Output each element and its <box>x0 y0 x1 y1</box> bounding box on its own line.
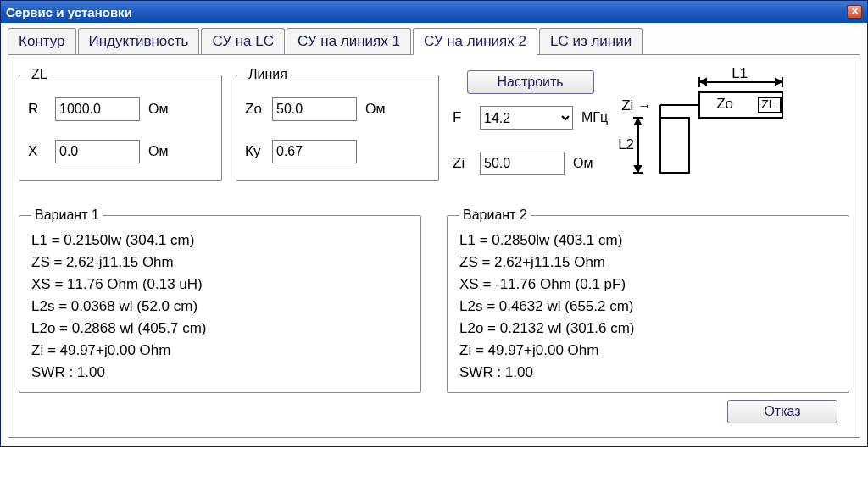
zo-label: Zo <box>245 101 267 118</box>
window-body: Контур Индуктивность СУ на LC СУ на лини… <box>1 23 867 446</box>
r-label: R <box>28 101 50 118</box>
zl-group: ZL R Ом X Ом <box>19 67 222 181</box>
x-label: X <box>28 143 50 160</box>
zo-unit: Ом <box>365 102 385 117</box>
v1-line-2: XS = 11.76 Ohm (0.13 uH) <box>31 274 409 296</box>
diagram-zl-label: ZL <box>761 97 775 111</box>
tab-su-lines-1[interactable]: СУ на линиях 1 <box>287 28 411 55</box>
f-label: F <box>453 109 475 126</box>
v2-line-2: XS = -11.76 Ohm (0.1 pF) <box>459 274 837 296</box>
diagram-svg <box>621 67 799 194</box>
v2-line-4: L2o = 0.2132 wl (301.6 cm) <box>459 318 837 340</box>
controls-column: Настроить F 14.2 МГц Zi Ом <box>453 67 608 182</box>
variant1-legend: Вариант 1 <box>31 208 103 223</box>
v2-line-3: L2s = 0.4632 wl (655.2 cm) <box>459 296 837 318</box>
tab-inductance[interactable]: Индуктивность <box>78 28 200 55</box>
footer: Отказ <box>19 393 849 427</box>
tab-lc-from-line[interactable]: LC из линии <box>539 28 643 55</box>
ku-input[interactable] <box>272 140 357 163</box>
zi-label: Zi <box>453 155 475 172</box>
diagram-l1-label: L1 <box>732 65 748 82</box>
dialog-window: Сервис и установки ✕ Контур Индуктивност… <box>0 0 868 447</box>
x-input[interactable] <box>55 140 140 163</box>
variant-1: Вариант 1 L1 = 0.2150lw (304.1 cm) ZS = … <box>19 208 421 393</box>
v2-line-6: SWR : 1.00 <box>459 362 837 384</box>
zl-legend: ZL <box>28 67 51 82</box>
line-legend: Линия <box>245 67 291 82</box>
tab-panel: ZL R Ом X Ом Линия Zo <box>8 54 860 438</box>
close-icon[interactable]: ✕ <box>847 5 862 19</box>
diagram-zo-label: Zo <box>716 96 733 113</box>
title-bar: Сервис и установки ✕ <box>1 1 867 23</box>
tune-button[interactable]: Настроить <box>467 70 594 94</box>
line-group: Линия Zo Ом Ку <box>236 67 439 181</box>
tab-su-lc[interactable]: СУ на LC <box>201 28 285 55</box>
v1-line-5: Zi = 49.97+j0.00 Ohm <box>31 340 409 362</box>
v2-line-1: ZS = 2.62+j11.15 Ohm <box>459 252 837 274</box>
zi-unit: Ом <box>573 156 593 171</box>
ku-label: Ку <box>245 143 267 160</box>
x-unit: Ом <box>148 144 168 159</box>
r-unit: Ом <box>148 102 168 117</box>
v1-line-4: L2o = 0.2868 wl (405.7 cm) <box>31 318 409 340</box>
f-unit: МГц <box>581 110 608 125</box>
v1-line-3: L2s = 0.0368 wl (52.0 cm) <box>31 296 409 318</box>
v2-line-5: Zi = 49.97+j0.00 Ohm <box>459 340 837 362</box>
zo-input[interactable] <box>272 97 357 121</box>
schematic-diagram: L1 Zi → Zo ZL L2 <box>621 67 799 194</box>
zi-input[interactable] <box>480 152 565 175</box>
v2-line-0: L1 = 0.2850lw (403.1 cm) <box>459 230 837 252</box>
cancel-button[interactable]: Отказ <box>727 400 837 423</box>
tab-su-lines-2[interactable]: СУ на линиях 2 <box>413 28 537 55</box>
diagram-l2-label: L2 <box>618 136 634 153</box>
f-select[interactable]: 14.2 <box>480 106 573 130</box>
tab-strip: Контур Индуктивность СУ на LC СУ на лини… <box>8 28 860 55</box>
r-input[interactable] <box>55 97 140 121</box>
v1-line-0: L1 = 0.2150lw (304.1 cm) <box>31 230 409 252</box>
tab-contour[interactable]: Контур <box>8 28 76 55</box>
window-title: Сервис и установки <box>6 5 132 19</box>
diagram-zi-label: Zi → <box>621 97 652 114</box>
v1-line-6: SWR : 1.00 <box>31 362 409 384</box>
variant2-legend: Вариант 2 <box>459 208 531 223</box>
variant-2: Вариант 2 L1 = 0.2850lw (403.1 cm) ZS = … <box>447 208 849 393</box>
v1-line-1: ZS = 2.62-j11.15 Ohm <box>31 252 409 274</box>
